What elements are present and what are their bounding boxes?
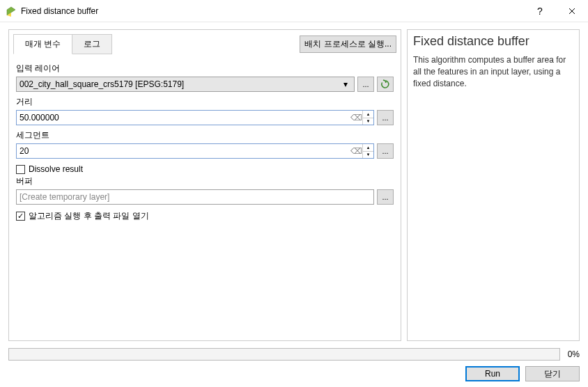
button-row: Run 닫기 — [8, 366, 580, 381]
distance-spinner[interactable]: ⌫ ▲ ▼ — [16, 110, 374, 125]
open-output-label: 알고리즘 실행 후 출력 파일 열기 — [29, 210, 149, 222]
tab-log[interactable]: 로그 — [72, 34, 112, 54]
help-title: Fixed distance buffer — [413, 34, 573, 49]
distance-options-button[interactable]: ... — [377, 110, 394, 125]
input-layer-value: 002_city_hall_square_crs5179 [EPSG:5179] — [20, 79, 340, 89]
buffer-output-input[interactable]: [Create temporary layer] — [16, 189, 374, 205]
left-panel: 매개 변수 로그 배치 프로세스로 실행... 입력 레이어 002_city_… — [8, 29, 401, 341]
dissolve-checkbox-row[interactable]: Dissolve result — [16, 164, 394, 174]
progress-bar — [8, 348, 560, 361]
open-output-checkbox[interactable] — [16, 212, 25, 221]
close-button[interactable] — [556, 0, 588, 22]
progress-percent: 0% — [566, 349, 580, 359]
input-layer-browse-button[interactable]: ... — [357, 77, 374, 92]
segments-options-button[interactable]: ... — [377, 143, 394, 159]
buffer-label: 버퍼 — [16, 175, 394, 187]
dissolve-checkbox[interactable] — [16, 165, 25, 174]
input-layer-refresh-button[interactable] — [377, 77, 394, 92]
form-area: 입력 레이어 002_city_hall_square_crs5179 [EPS… — [9, 54, 401, 340]
segments-down-icon[interactable]: ▼ — [363, 152, 373, 159]
segments-input[interactable] — [17, 144, 350, 158]
segments-spinner[interactable]: ⌫ ▲ ▼ — [16, 143, 374, 159]
help-description: This algorithm computes a buffer area fo… — [413, 54, 573, 89]
tab-parameters[interactable]: 매개 변수 — [13, 34, 72, 54]
batch-process-button[interactable]: 배치 프로세스로 실행... — [300, 35, 396, 53]
close-dialog-button[interactable]: 닫기 — [525, 366, 580, 381]
input-layer-combo[interactable]: 002_city_hall_square_crs5179 [EPSG:5179]… — [16, 77, 355, 92]
progress-row: 0% — [8, 348, 580, 361]
help-panel: Fixed distance buffer This algorithm com… — [407, 29, 580, 341]
tabs: 매개 변수 로그 — [13, 34, 112, 54]
segments-clear-icon[interactable]: ⌫ — [350, 144, 362, 158]
open-output-checkbox-row[interactable]: 알고리즘 실행 후 출력 파일 열기 — [16, 210, 394, 222]
help-button[interactable]: ? — [524, 0, 556, 22]
distance-clear-icon[interactable]: ⌫ — [350, 111, 362, 125]
window-title: Fixed distance buffer — [21, 6, 524, 16]
dissolve-label: Dissolve result — [29, 164, 83, 174]
titlebar: Fixed distance buffer ? — [0, 0, 588, 22]
distance-label: 거리 — [16, 96, 394, 108]
app-icon — [6, 6, 17, 17]
distance-down-icon[interactable]: ▼ — [363, 118, 373, 125]
dialog-body: 매개 변수 로그 배치 프로세스로 실행... 입력 레이어 002_city_… — [0, 22, 588, 387]
segments-up-icon[interactable]: ▲ — [363, 144, 373, 152]
distance-up-icon[interactable]: ▲ — [363, 111, 373, 118]
segments-label: 세그먼트 — [16, 129, 394, 141]
run-button[interactable]: Run — [465, 366, 520, 381]
buffer-browse-button[interactable]: ... — [377, 189, 394, 205]
distance-input[interactable] — [17, 111, 350, 125]
buffer-placeholder: [Create temporary layer] — [20, 192, 109, 202]
input-layer-label: 입력 레이어 — [16, 63, 394, 74]
chevron-down-icon: ▾ — [340, 79, 351, 89]
